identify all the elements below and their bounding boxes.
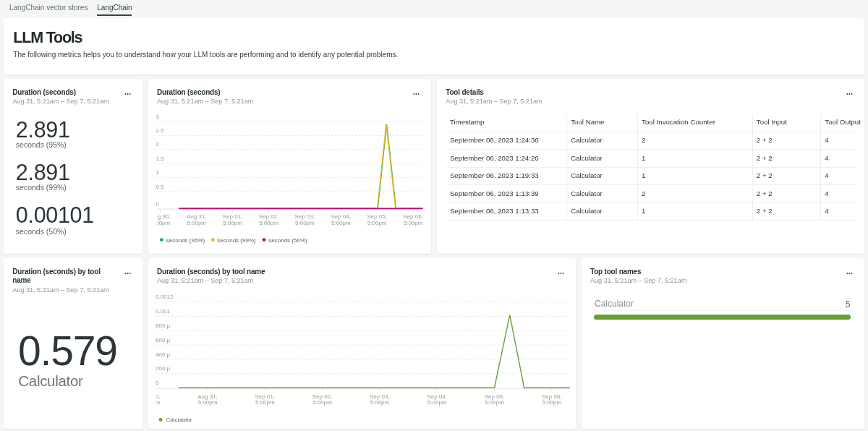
svg-text:5:00pm: 5:00pm (153, 220, 170, 226)
svg-text:2: 2 (156, 141, 159, 148)
svg-text:seconds (95%): seconds (95%) (166, 237, 205, 244)
svg-text:600 µ: 600 µ (156, 337, 171, 343)
svg-text:5:00pm: 5:00pm (198, 399, 218, 406)
svg-text:5:00pm: 5:00pm (403, 220, 422, 226)
svg-text:0.5: 0.5 (156, 184, 164, 190)
svg-text:5:00pm: 5:00pm (223, 220, 242, 226)
svg-text:2.5: 2.5 (156, 127, 164, 134)
svg-text:1.5: 1.5 (156, 155, 164, 162)
svg-text:200 µ: 200 µ (156, 366, 171, 372)
svg-text:5:00pm: 5:00pm (255, 399, 275, 406)
svg-text:Calculator: Calculator (166, 417, 192, 424)
svg-text:seconds (99%): seconds (99%) (217, 237, 256, 244)
svg-text:5:00pm: 5:00pm (312, 399, 332, 406)
svg-text:5:00pm: 5:00pm (295, 220, 315, 226)
svg-text:5:00pm: 5:00pm (153, 399, 160, 406)
svg-text:5:00pm: 5:00pm (259, 220, 278, 226)
svg-text:0.0012: 0.0012 (156, 294, 174, 301)
svg-text:5:00pm: 5:00pm (427, 399, 447, 406)
svg-text:0.001: 0.001 (156, 308, 171, 315)
svg-text:5:00pm: 5:00pm (542, 399, 561, 406)
svg-text:5:00pm: 5:00pm (485, 399, 504, 406)
svg-text:5:00pm: 5:00pm (367, 220, 387, 226)
svg-text:seconds (50%): seconds (50%) (268, 237, 307, 244)
svg-text:5:00pm: 5:00pm (370, 399, 390, 406)
svg-text:800 µ: 800 µ (156, 323, 171, 329)
svg-text:400 µ: 400 µ (156, 351, 171, 358)
svg-text:0: 0 (156, 380, 159, 386)
svg-text:5:00pm: 5:00pm (187, 220, 206, 226)
svg-text:0: 0 (156, 201, 159, 208)
svg-text:1: 1 (156, 169, 159, 176)
svg-text:5:00pm: 5:00pm (331, 220, 351, 226)
svg-text:3: 3 (156, 114, 159, 120)
